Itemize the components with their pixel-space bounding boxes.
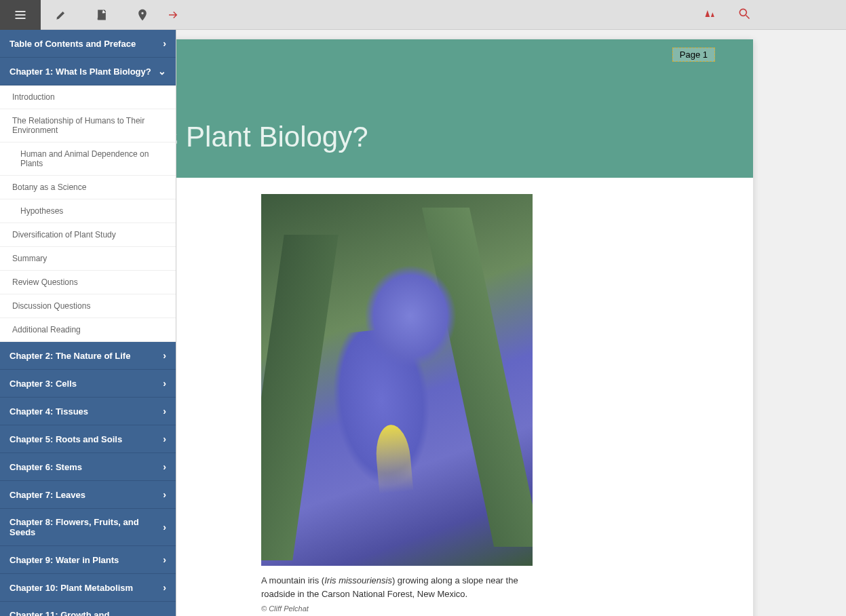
- sidebar[interactable]: Table of Contents and Preface›Chapter 1:…: [0, 30, 176, 616]
- subitem[interactable]: The Relationship of Humans to Their Envi…: [0, 109, 176, 142]
- chevron-right-icon: ›: [163, 489, 166, 500]
- chapter-item[interactable]: Chapter 8: Flowers, Fruits, and Seeds›: [0, 509, 176, 546]
- chapter-item[interactable]: Chapter 1: What Is Plant Biology?⌄: [0, 58, 176, 85]
- svg-point-3: [739, 9, 746, 16]
- caption-italic: Iris missouriensis: [324, 575, 392, 585]
- svg-rect-0: [16, 11, 26, 12]
- chapter-label: Chapter 4: Tissues: [9, 406, 88, 417]
- chapter-label: Chapter 2: The Nature of Life: [9, 351, 130, 361]
- svg-rect-1: [16, 14, 26, 16]
- subitem[interactable]: Introduction: [0, 85, 176, 109]
- figure: A mountain iris (Iris missouriensis) gro…: [261, 194, 533, 613]
- chapter-label: Table of Contents and Preface: [9, 39, 136, 49]
- chevron-right-icon: ›: [163, 522, 166, 533]
- pin-icon[interactable]: [122, 0, 163, 30]
- chapter-label: Chapter 6: Stems: [9, 462, 82, 472]
- chevron-right-icon: ›: [163, 406, 166, 417]
- chapter-item[interactable]: Chapter 7: Leaves›: [0, 481, 176, 509]
- chapter-item[interactable]: Chapter 11: Growth and Development›: [0, 602, 176, 616]
- chapter-label: Chapter 5: Roots and Soils: [9, 434, 122, 444]
- chevron-right-icon: ›: [163, 554, 166, 565]
- subitem[interactable]: Botany as a Science: [0, 176, 176, 199]
- subitem[interactable]: Discussion Questions: [0, 294, 176, 318]
- caption-text-pre: A mountain iris (: [261, 575, 324, 585]
- chevron-right-icon: ›: [163, 582, 166, 593]
- topbar-right: [704, 7, 846, 23]
- chapter-label: Chapter 8: Flowers, Fruits, and Seeds: [9, 517, 163, 537]
- subitem[interactable]: Hypotheses: [0, 199, 176, 223]
- chapter-item[interactable]: Chapter 9: Water in Plants›: [0, 546, 176, 574]
- subitem[interactable]: Human and Animal Dependence on Plants: [0, 142, 176, 176]
- subitem[interactable]: Review Questions: [0, 271, 176, 294]
- figure-credit: © Cliff Pelchat: [261, 604, 533, 613]
- topbar-left: [0, 0, 183, 29]
- chapter-item[interactable]: Chapter 5: Roots and Soils›: [0, 425, 176, 453]
- subitem[interactable]: Summary: [0, 247, 176, 271]
- chapter-item[interactable]: Chapter 4: Tissues›: [0, 398, 176, 425]
- chapter-item[interactable]: Table of Contents and Preface›: [0, 30, 176, 58]
- menu-icon[interactable]: [0, 0, 41, 30]
- chevron-right-icon: ›: [163, 38, 166, 49]
- arrow-right-icon[interactable]: [163, 0, 183, 30]
- font-size-icon[interactable]: [704, 7, 717, 23]
- chapter-item[interactable]: Chapter 3: Cells›: [0, 370, 176, 398]
- chevron-right-icon: ›: [163, 461, 166, 472]
- chapter-item[interactable]: Chapter 6: Stems›: [0, 453, 176, 481]
- chevron-right-icon: ›: [163, 434, 166, 444]
- chapter-label: Chapter 7: Leaves: [9, 490, 85, 500]
- search-icon[interactable]: [737, 7, 751, 23]
- topbar: [0, 0, 846, 30]
- svg-rect-2: [16, 18, 26, 19]
- chapter-label: Chapter 10: Plant Metabolism: [9, 583, 133, 593]
- chapter-label: Chapter 3: Cells: [9, 379, 77, 389]
- figure-caption: A mountain iris (Iris missouriensis) gro…: [261, 574, 533, 600]
- figure-image: [261, 194, 533, 566]
- subitem[interactable]: Additional Reading: [0, 318, 176, 342]
- highlight-icon[interactable]: [41, 0, 81, 30]
- note-icon[interactable]: [81, 0, 122, 30]
- chapter-label: Chapter 11: Growth and Development: [9, 610, 163, 616]
- chevron-right-icon: ›: [163, 378, 166, 389]
- subitem[interactable]: Diversification of Plant Study: [0, 223, 176, 247]
- chevron-right-icon: ›: [163, 350, 166, 361]
- chapter-item[interactable]: Chapter 10: Plant Metabolism›: [0, 574, 176, 602]
- chevron-down-icon: ⌄: [158, 66, 166, 77]
- svg-line-4: [746, 15, 750, 18]
- chapter-label: Chapter 9: Water in Plants: [9, 555, 119, 565]
- chapter-label: Chapter 1: What Is Plant Biology?: [9, 66, 151, 77]
- chapter-item[interactable]: Chapter 2: The Nature of Life›: [0, 342, 176, 370]
